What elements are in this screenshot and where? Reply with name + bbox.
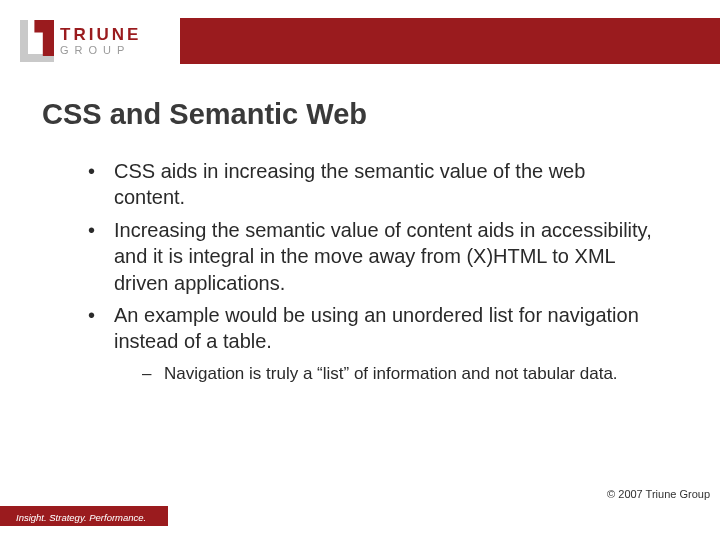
logo-mark-icon [20,20,54,62]
bullet-item: Increasing the semantic value of content… [78,217,660,296]
bullet-item: CSS aids in increasing the semantic valu… [78,158,660,211]
logo-text: TRIUNE GROUP [60,26,141,56]
slide-title: CSS and Semantic Web [42,98,367,131]
tagline: Insight. Strategy. Performance. [16,512,146,523]
sub-bullet-list: Navigation is truly a “list” of informat… [114,363,660,386]
bullet-item: An example would be using an unordered l… [78,302,660,386]
header-bar [180,18,720,64]
bullet-list: CSS aids in increasing the semantic valu… [78,158,660,386]
logo-line1: TRIUNE [60,26,141,43]
copyright: © 2007 Triune Group [607,488,710,500]
sub-bullet-item: Navigation is truly a “list” of informat… [114,363,660,386]
bullet-text: An example would be using an unordered l… [114,304,639,352]
logo-line2: GROUP [60,45,141,56]
logo: TRIUNE GROUP [20,16,180,66]
content-area: CSS aids in increasing the semantic valu… [78,158,660,392]
